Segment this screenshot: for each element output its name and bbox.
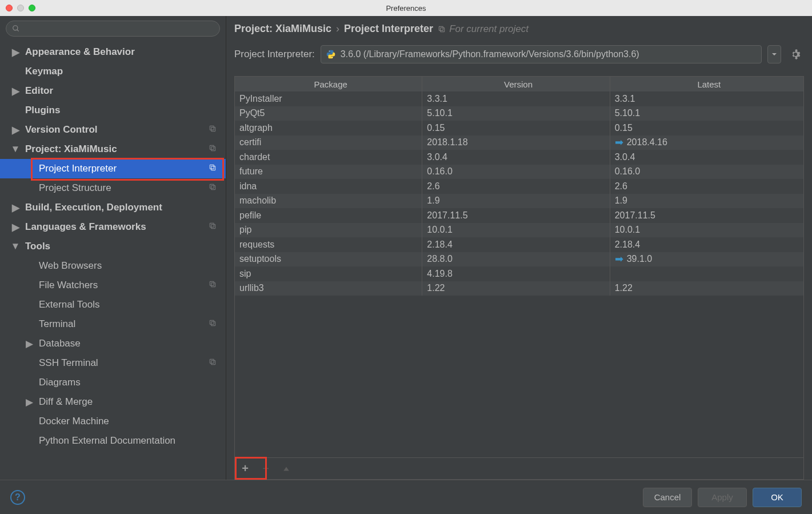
sidebar-item-label: Diagrams (39, 377, 81, 388)
table-row[interactable]: idna2.62.6 (235, 179, 803, 194)
interpreter-settings-button[interactable] (787, 46, 804, 63)
cell-latest (610, 266, 803, 281)
sidebar-item-label: Build, Execution, Deployment (25, 202, 162, 213)
sidebar-item-diagrams[interactable]: Diagrams (0, 373, 226, 392)
sidebar-item-label: Keymap (25, 66, 63, 77)
table-header: Package Version Latest (235, 77, 803, 91)
sidebar-item-label: Editor (25, 85, 53, 97)
sidebar-item-project-structure[interactable]: Project Structure (0, 178, 226, 198)
sidebar-item-build-execution-deployment[interactable]: ▶Build, Execution, Deployment (0, 198, 226, 217)
apply-button[interactable]: Apply (698, 488, 747, 507)
table-row[interactable]: pip10.0.110.0.1 (235, 223, 803, 238)
svg-rect-6 (211, 166, 215, 170)
cell-version: 0.16.0 (422, 165, 610, 180)
cell-latest: 10.0.1 (610, 223, 803, 238)
sidebar-item-label: External Tools (39, 299, 99, 310)
sidebar-item-project-interpreter[interactable]: Project Interpreter (0, 159, 226, 178)
table-row[interactable]: sip4.19.8 (235, 266, 803, 281)
sidebar-item-database[interactable]: ▶Database (0, 334, 226, 353)
add-package-button[interactable]: + (235, 458, 255, 479)
close-window-button[interactable] (6, 5, 13, 11)
table-row[interactable]: future0.16.00.16.0 (235, 165, 803, 180)
sidebar-item-keymap[interactable]: Keymap (0, 62, 226, 81)
table-row[interactable]: certifi2018.1.18➡2018.4.16 (235, 136, 803, 150)
table-row[interactable]: PyQt55.10.15.10.1 (235, 106, 803, 121)
table-row[interactable]: setuptools28.8.0➡39.1.0 (235, 252, 803, 267)
header-version[interactable]: Version (422, 77, 610, 91)
remove-package-button[interactable]: − (255, 458, 276, 479)
chevron-right-icon: ▶ (11, 46, 19, 58)
sidebar-item-label: Database (39, 338, 81, 349)
sidebar-item-label: Project Interpreter (39, 163, 117, 174)
sidebar-item-file-watchers[interactable]: File Watchers (0, 276, 226, 295)
cancel-button[interactable]: Cancel (643, 488, 692, 507)
dialog-footer: ? Cancel Apply OK (0, 480, 812, 514)
chevron-right-icon: ▶ (25, 338, 33, 350)
cell-latest: 0.16.0 (610, 165, 803, 180)
sidebar-item-editor[interactable]: ▶Editor (0, 81, 226, 101)
interpreter-row: Project Interpreter: 3.6.0 (/Library/Fra… (234, 45, 804, 63)
python-icon (326, 49, 336, 59)
svg-rect-18 (441, 27, 445, 31)
table-row[interactable]: urllib31.221.22 (235, 281, 803, 296)
sidebar-item-label: SSH Terminal (39, 357, 98, 369)
sidebar-item-project-xiamimusic[interactable]: ▼Project: XiaMiMusic (0, 140, 226, 159)
ok-button[interactable]: OK (753, 488, 802, 507)
sidebar-item-ssh-terminal[interactable]: SSH Terminal (0, 353, 226, 373)
table-row[interactable]: requests2.18.42.18.4 (235, 237, 803, 252)
sidebar-item-label: Web Browsers (39, 260, 102, 272)
table-row[interactable]: PyInstaller3.3.13.3.1 (235, 91, 803, 106)
cell-package: sip (235, 266, 422, 281)
cell-latest: ➡2018.4.16 (610, 136, 803, 150)
svg-rect-15 (210, 320, 214, 324)
cell-latest: 1.9 (610, 194, 803, 209)
svg-rect-14 (211, 322, 215, 326)
cell-package: requests (235, 237, 422, 252)
svg-rect-8 (211, 186, 215, 190)
package-toolbar: + − (234, 458, 804, 480)
upgrade-arrow-icon: ➡ (615, 136, 623, 149)
cell-version: 3.0.4 (422, 150, 610, 165)
cell-package: future (235, 165, 422, 180)
sidebar-item-label: Tools (25, 241, 50, 252)
table-row[interactable]: chardet3.0.43.0.4 (235, 150, 803, 165)
sidebar-item-docker-machine[interactable]: Docker Machine (0, 412, 226, 431)
header-latest[interactable]: Latest (610, 77, 803, 91)
svg-rect-5 (210, 145, 214, 149)
copy-icon (209, 144, 217, 155)
window-controls (6, 5, 35, 11)
sidebar-item-appearance-behavior[interactable]: ▶Appearance & Behavior (0, 42, 226, 62)
sidebar-item-plugins[interactable]: Plugins (0, 101, 226, 120)
maximize-window-button[interactable] (29, 5, 35, 11)
sidebar-item-python-external-documentation[interactable]: Python External Documentation (0, 431, 226, 451)
sidebar-item-label: Python External Documentation (39, 435, 175, 447)
copy-icon (209, 124, 217, 136)
sidebar-item-label: Project: XiaMiMusic (25, 144, 117, 155)
cell-latest: 0.15 (610, 121, 803, 136)
cell-version: 2017.11.5 (422, 208, 610, 223)
chevron-right-icon: ▶ (11, 221, 19, 233)
table-row[interactable]: macholib1.91.9 (235, 194, 803, 209)
search-input[interactable] (6, 21, 220, 37)
interpreter-select[interactable]: 3.6.0 (/Library/Frameworks/Python.framew… (321, 45, 762, 63)
titlebar: Preferences (0, 0, 812, 16)
header-package[interactable]: Package (235, 77, 422, 91)
cell-latest: 2.6 (610, 179, 803, 194)
breadcrumb-page: Project Interpreter (344, 23, 433, 35)
chevron-right-icon: ▶ (11, 124, 19, 136)
upgrade-package-button[interactable] (276, 458, 297, 479)
table-row[interactable]: pefile2017.11.52017.11.5 (235, 208, 803, 223)
sidebar-item-web-browsers[interactable]: Web Browsers (0, 256, 226, 276)
sidebar-item-external-tools[interactable]: External Tools (0, 295, 226, 314)
sidebar-item-terminal[interactable]: Terminal (0, 314, 226, 334)
sidebar-item-diff-merge[interactable]: ▶Diff & Merge (0, 392, 226, 412)
interpreter-dropdown-button[interactable] (767, 45, 781, 63)
sidebar-item-version-control[interactable]: ▶Version Control (0, 120, 226, 140)
help-button[interactable]: ? (10, 490, 25, 505)
sidebar-item-tools[interactable]: ▼Tools (0, 237, 226, 256)
svg-rect-3 (210, 126, 214, 130)
minimize-window-button[interactable] (17, 5, 24, 11)
table-row[interactable]: altgraph0.150.15 (235, 121, 803, 136)
copy-icon (209, 221, 217, 233)
sidebar-item-languages-frameworks[interactable]: ▶Languages & Frameworks (0, 217, 226, 237)
